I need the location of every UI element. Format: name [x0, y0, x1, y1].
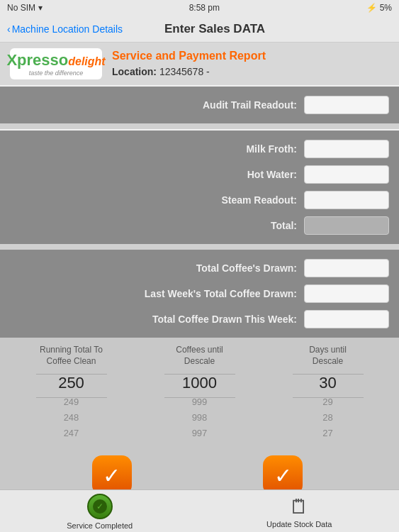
nav-bar: ‹ Machine Location Details Enter Sales D… [0, 16, 399, 43]
service-icon: ✓ [87, 494, 113, 519]
total-coffees-input[interactable] [304, 259, 389, 277]
milk-froth-row: Milk Froth: [10, 136, 389, 162]
picker-item-2-1: 29 [286, 394, 371, 410]
back-button[interactable]: ‹ Machine Location Details [7, 23, 123, 35]
nav-title: Enter Sales DATA [164, 22, 265, 36]
logo-xpresso: Xpressodelight [6, 51, 105, 70]
clean-check-icon: ✓ [103, 463, 120, 488]
carrier-label: No SIM [7, 3, 35, 13]
picker-item-0-3: 247 [29, 426, 114, 441]
coffee-section: Total Coffee's Drawn: Last Week's Total … [0, 250, 399, 338]
picker-item-1-0: 1000 [157, 372, 242, 394]
picker-header-2: Days untilDescale [286, 345, 371, 367]
hot-water-input[interactable] [304, 165, 389, 184]
picker-column-0[interactable]: 250 249 248 247 [29, 372, 114, 441]
tab-service-completed[interactable]: ✓ Service Completed [50, 494, 150, 530]
picker-item-1-3: 997 [157, 426, 242, 441]
total-input[interactable] [304, 216, 389, 235]
picker-item-2-0: 30 [286, 372, 371, 394]
picker-column-2[interactable]: 30 29 28 27 [286, 372, 371, 441]
location-label: Location: [112, 66, 157, 77]
signal-icon: ▾ [38, 3, 43, 13]
scroll-picker-area: Running Total ToCoffee Clean Coffees unt… [0, 338, 399, 448]
location-value: 12345678 - [159, 66, 210, 77]
stock-icon: 🗒 [288, 495, 310, 518]
picker-item-2-3: 27 [286, 426, 371, 441]
picker-item-0-1: 249 [29, 394, 114, 410]
picker-item-2-2: 28 [286, 410, 371, 426]
total-coffees-row: Total Coffee's Drawn: [10, 255, 389, 281]
steam-row: Steam Readout: [10, 187, 389, 213]
tab-bar: ✓ Service Completed 🗒 Update Stock Data [0, 489, 399, 532]
header-right: Service and Payment Report Location: 123… [112, 50, 389, 78]
picker-header-1: Coffees untilDescale [157, 345, 242, 367]
service-tab-label: Service Completed [67, 521, 133, 530]
this-week-label: Total Coffee Drawn This Week: [10, 314, 297, 325]
total-coffees-label: Total Coffee's Drawn: [10, 262, 297, 274]
header-area: Xpressodelight taste the difference Serv… [0, 43, 399, 85]
status-right: ⚡ 5% [366, 3, 392, 13]
picker-item-0-0: 250 [29, 372, 114, 394]
report-title: Service and Payment Report [112, 50, 389, 62]
picker-column-1[interactable]: 1000 999 998 997 [157, 372, 242, 441]
last-week-label: Last Week's Total Coffee Drawn: [10, 288, 297, 299]
picker-headers: Running Total ToCoffee Clean Coffees unt… [0, 345, 399, 367]
back-label: Machine Location Details [12, 23, 123, 35]
back-chevron-icon: ‹ [7, 23, 11, 35]
total-label: Total: [10, 220, 297, 231]
picker-item-1-2: 998 [157, 410, 242, 426]
steam-label: Steam Readout: [10, 194, 297, 206]
last-week-row: Last Week's Total Coffee Drawn: [10, 281, 389, 306]
audit-input[interactable] [304, 96, 389, 114]
location-line: Location: 12345678 - [112, 66, 210, 77]
hot-water-label: Hot Water: [10, 169, 297, 180]
audit-row: Audit Trail Readout: [10, 92, 389, 118]
audit-section: Audit Trail Readout: [0, 87, 399, 123]
status-bar: No SIM ▾ 8:58 pm ⚡ 5% [0, 0, 399, 16]
tab-update-stock[interactable]: 🗒 Update Stock Data [249, 495, 349, 528]
logo-tagline: taste the difference [29, 70, 84, 77]
picker-item-1-1: 999 [157, 394, 242, 410]
status-left: No SIM ▾ [7, 3, 43, 13]
bluetooth-icon: ⚡ [366, 3, 377, 13]
last-week-input[interactable] [304, 284, 389, 303]
status-time: 8:58 pm [189, 3, 220, 13]
divider-2 [0, 244, 399, 250]
descale-check-icon: ✓ [274, 463, 292, 488]
stock-tab-label: Update Stock Data [266, 520, 332, 528]
picker-columns[interactable]: 250 249 248 247 1000 999 998 997 30 29 2… [0, 372, 399, 441]
steam-input[interactable] [304, 191, 389, 209]
picker-header-0: Running Total ToCoffee Clean [29, 345, 114, 367]
service-inner-icon: ✓ [93, 499, 107, 514]
divider-1 [0, 123, 399, 129]
milk-froth-label: Milk Froth: [10, 143, 297, 155]
picker-item-0-2: 248 [29, 410, 114, 426]
battery-label: 5% [380, 3, 392, 13]
this-week-input[interactable] [304, 310, 389, 328]
total-row: Total: [10, 213, 389, 238]
logo-container: Xpressodelight taste the difference [10, 48, 102, 79]
audit-label: Audit Trail Readout: [10, 99, 297, 111]
this-week-row: Total Coffee Drawn This Week: [10, 306, 389, 332]
milk-froth-input[interactable] [304, 140, 389, 158]
hot-water-row: Hot Water: [10, 162, 389, 187]
steam-section: Milk Froth: Hot Water: Steam Readout: To… [0, 131, 399, 244]
